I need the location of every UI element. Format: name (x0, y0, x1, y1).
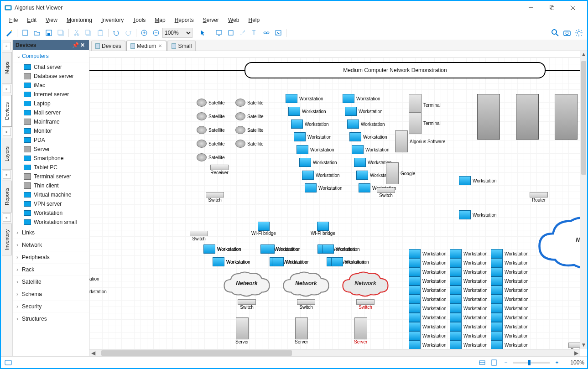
fit-width-icon[interactable] (478, 358, 487, 367)
redo-icon[interactable] (123, 27, 134, 38)
node-workstation[interactable]: Workstation (297, 145, 334, 154)
device-tree[interactable]: ⌄ComputersChat serverDatabase serveriMac… (13, 50, 89, 356)
node-workstation[interactable]: Workstation (409, 286, 447, 295)
node-workstation[interactable]: Workstation (450, 304, 488, 313)
device-smartphone[interactable]: Smartphone (13, 154, 89, 163)
device-chat-server[interactable]: Chat server (13, 62, 89, 72)
node-server[interactable]: Server (295, 317, 308, 344)
node-workstation[interactable]: Workstation (459, 176, 497, 185)
cat-security[interactable]: ›Security (13, 301, 89, 313)
device-workstation[interactable]: Workstation (13, 208, 89, 218)
cloud-network[interactable]: Network (281, 270, 331, 297)
node-workstation[interactable]: Workstation (450, 313, 488, 322)
saveall-icon[interactable] (55, 27, 66, 38)
map-canvas[interactable]: Medium Computer Network Demonstration Sa… (89, 57, 580, 349)
menu-file[interactable]: File (5, 16, 21, 24)
node-workstation[interactable]: Workstation (302, 171, 340, 180)
node-workstation[interactable]: Workstation (294, 132, 332, 141)
node-workstation[interactable]: Workstation (459, 210, 497, 219)
node-workstation[interactable]: Workstation (491, 322, 529, 331)
node-algorius-software[interactable]: Algorius Software (395, 130, 445, 152)
status-app-icon[interactable] (4, 358, 13, 367)
device-mainframe[interactable]: Mainframe (13, 117, 89, 126)
node-server[interactable]: Server (354, 317, 367, 344)
gear-icon[interactable] (573, 27, 584, 38)
device-terminal-server[interactable]: Terminal server (13, 172, 89, 181)
scrollbar-horizontal[interactable]: ◀▶ (89, 349, 580, 356)
node-satellite[interactable]: Satellite (235, 99, 264, 107)
vtab-icon-layers[interactable]: ▫ (3, 128, 11, 136)
node-workstation[interactable]: Workstation (409, 295, 447, 304)
cat-computers[interactable]: ⌄Computers (13, 50, 89, 62)
device-monitor[interactable]: Monitor (13, 126, 89, 135)
node-switch[interactable]: Switch (190, 231, 208, 241)
text-icon[interactable]: T (249, 27, 260, 38)
zoom-plus-icon[interactable]: + (552, 358, 562, 367)
undo-icon[interactable] (111, 27, 122, 38)
node-workstation[interactable]: Workstation (347, 120, 385, 129)
node-workstation[interactable]: Workstation (491, 267, 529, 276)
node-satellite[interactable]: Satellite (235, 112, 264, 120)
tab-devices[interactable]: Devices (91, 41, 125, 51)
new-icon[interactable] (20, 27, 31, 38)
device-mail-server[interactable]: Mail server (13, 108, 89, 117)
menu-inventory[interactable]: Inventory (98, 16, 127, 24)
menu-monitoring[interactable]: Monitoring (63, 16, 96, 24)
menu-view[interactable]: View (42, 16, 61, 24)
device-icon[interactable] (213, 27, 224, 38)
image-icon[interactable] (273, 27, 284, 38)
copy-icon[interactable] (83, 27, 94, 38)
vtab-icon-reports[interactable]: ▫ (3, 171, 11, 179)
save-icon[interactable] (43, 27, 54, 38)
device-vpn-server[interactable]: VPN server (13, 199, 89, 208)
node-workstation[interactable]: Workstation (450, 331, 488, 340)
tab-small[interactable]: Small (167, 41, 196, 51)
node-workstation[interactable]: Workstation (409, 249, 447, 258)
node-google[interactable]: Google (386, 162, 415, 184)
node-switch[interactable]: Switch (297, 299, 315, 310)
cat-satellite[interactable]: ›Satellite (13, 276, 89, 288)
pin-icon[interactable]: 📌 (72, 42, 79, 49)
tab-close-icon[interactable]: ✕ (158, 44, 162, 48)
node-workstation[interactable]: Workstation (203, 244, 241, 254)
open-icon[interactable] (31, 27, 42, 38)
node-workstation[interactable]: Workstation (450, 295, 488, 304)
node-workstation[interactable]: Workstation (491, 249, 529, 258)
node-workstation[interactable]: Workstation (491, 276, 529, 286)
vtab-reports[interactable]: Reports (2, 181, 12, 213)
zoomout-icon[interactable] (151, 27, 161, 38)
node-workstation[interactable]: Workstation (409, 276, 447, 286)
cat-structures[interactable]: ›Structures (13, 313, 89, 325)
node-workstation[interactable]: Workstation (288, 107, 326, 116)
node-workstation[interactable]: Workstation (305, 183, 343, 192)
camera-icon[interactable] (562, 27, 572, 38)
scrollbar-vertical[interactable]: ▲▼ (580, 51, 587, 349)
menu-edit[interactable]: Edit (23, 16, 40, 24)
node-workstation[interactable]: Workstation (450, 267, 488, 276)
node-satellite[interactable]: Satellite (197, 153, 225, 161)
vtab-icon-inventory[interactable]: ▫ (3, 213, 11, 222)
node-workstation[interactable]: Workstation (409, 267, 447, 276)
node-workstation[interactable]: Workstation (291, 120, 329, 129)
node-workstation[interactable]: Workstation (450, 286, 488, 295)
node-switch[interactable]: Switch (356, 299, 375, 310)
menu-tools[interactable]: Tools (129, 16, 149, 24)
node-workstation[interactable]: Workstation (450, 258, 488, 267)
vtab-inventory[interactable]: Inventory (2, 223, 12, 255)
cat-network[interactable]: ›Network (13, 239, 89, 251)
node-workstation[interactable]: Workstation (345, 107, 383, 116)
zoomin-icon[interactable] (139, 27, 150, 38)
cat-links[interactable]: ›Links (13, 227, 89, 239)
menu-help[interactable]: Help (245, 16, 264, 24)
device-virtual-machine[interactable]: Virtual machine (13, 190, 89, 199)
node-workstation[interactable]: Workstation (213, 257, 250, 266)
node-workstation[interactable]: Workstation (409, 313, 447, 322)
node-workstation[interactable]: Workstation (491, 331, 529, 340)
node-workstation[interactable]: Workstation (331, 257, 369, 266)
device-thin-client[interactable]: Thin client (13, 181, 89, 190)
cloud-network[interactable]: Network (222, 270, 272, 297)
device-laptop[interactable]: Laptop (13, 99, 89, 108)
node-router[interactable]: Router (568, 343, 580, 349)
node-workstation[interactable]: Workstation (491, 304, 529, 313)
device-internet-server[interactable]: Internet server (13, 90, 89, 99)
